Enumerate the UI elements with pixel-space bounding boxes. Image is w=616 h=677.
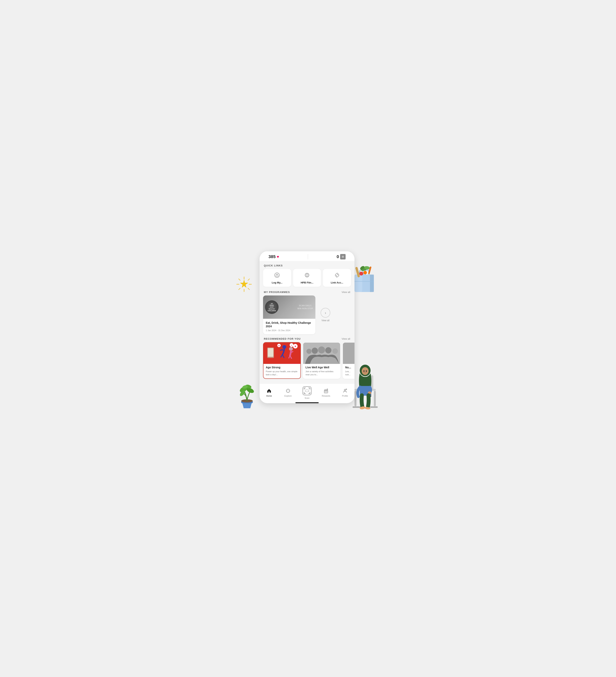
svg-text:R: R — [327, 389, 328, 390]
svg-text:+: + — [291, 344, 292, 347]
points-value: 385 — [269, 254, 276, 259]
svg-rect-46 — [342, 257, 344, 257]
svg-rect-12 — [370, 275, 374, 292]
rec-card-age-strong[interactable]: ♥ + ♥ Age Strong Power up your health, o… — [263, 342, 301, 379]
recommended-row: ♥ + ♥ Age Strong Power up your health, o… — [263, 342, 351, 379]
quick-links-title: QUICK LINKS — [264, 264, 283, 267]
svg-rect-29 — [354, 391, 357, 406]
rec-card-2-image — [303, 343, 340, 364]
programme-info: Eat, Drink, Shop Healthy Challenge 2024 … — [263, 319, 315, 334]
coins-value: 0 — [337, 254, 339, 259]
svg-point-66 — [332, 348, 338, 354]
programmes-row: eatDRINKSHOPHEALTHYCHALLENGE SCAN DAILY.… — [263, 296, 351, 334]
profile-icon: R — [343, 389, 347, 394]
quick-link-account[interactable]: Link Acc... — [323, 269, 351, 287]
rec-card-2-title: Live Well Age Well — [305, 366, 338, 369]
log-icon — [274, 272, 280, 279]
svg-text:R: R — [346, 389, 347, 390]
deco-star — [236, 276, 252, 292]
recommended-title: RECOMMENDED FOR YOU — [264, 337, 301, 340]
rec-card-1-image: ♥ + ♥ — [264, 343, 300, 364]
account-label: Link Acc... — [331, 281, 343, 284]
rec-card-live-well[interactable]: Live Well Age Well Join a variety of fre… — [303, 342, 340, 379]
nav-rewards[interactable]: R Rewards — [317, 388, 335, 398]
programmes-view-all-circle[interactable]: › View all — [318, 296, 333, 334]
nav-profile[interactable]: R Profile — [335, 388, 354, 398]
svg-point-37 — [366, 370, 367, 372]
rec-card-nutrition[interactable]: Nu... Lea... nutr... — [342, 342, 354, 379]
nav-home[interactable]: Home — [259, 388, 279, 398]
programme-card-1[interactable]: eatDRINKSHOPHEALTHYCHALLENGE SCAN DAILY.… — [263, 296, 315, 334]
programmes-view-all[interactable]: View all — [341, 290, 350, 294]
home-label: Home — [266, 395, 272, 397]
home-indicator — [295, 402, 319, 403]
scan-icon — [302, 387, 312, 396]
status-divider — [308, 254, 308, 260]
svg-rect-72 — [305, 390, 309, 392]
coin-icon — [340, 254, 345, 260]
programme-date: 1 Jan 2024 - 31 Dec 2024 — [266, 329, 313, 331]
rec-card-2-desc: Join a variety of free activities near y… — [305, 370, 338, 376]
svg-rect-30 — [374, 391, 376, 406]
rec-card-1-title: Age Strong — [266, 366, 298, 369]
svg-text:♥: ♥ — [278, 345, 280, 347]
deco-grocery-bag — [350, 263, 378, 294]
programme-image: eatDRINKSHOPHEALTHYCHALLENGE SCAN DAILY.… — [263, 296, 315, 319]
quick-link-log[interactable]: Log My... — [263, 269, 291, 287]
programme-badge: eatDRINKSHOPHEALTHYCHALLENGE — [265, 300, 279, 314]
nav-explore[interactable]: Explore — [279, 388, 297, 398]
svg-rect-50 — [306, 274, 308, 276]
svg-point-19 — [359, 272, 363, 275]
nav-scan[interactable]: Scan — [297, 386, 317, 400]
svg-point-65 — [325, 347, 331, 353]
svg-point-35 — [362, 367, 369, 375]
programme-tagline: SCAN DAILY.WIN NON-STOP. — [297, 304, 314, 310]
explore-label: Explore — [284, 395, 291, 397]
svg-line-7 — [239, 288, 240, 290]
view-all-button[interactable]: › — [321, 308, 330, 318]
svg-point-70 — [288, 391, 288, 391]
profile-label: Profile — [342, 395, 348, 397]
svg-rect-45 — [342, 256, 344, 257]
rec-card-1-desc: Power up your health, one simple task a … — [266, 370, 298, 376]
fitness-label: HPB Fitn... — [301, 281, 314, 284]
fitness-icon — [304, 272, 310, 279]
svg-rect-31 — [352, 406, 360, 408]
svg-rect-48 — [276, 275, 278, 276]
quick-links-grid: Log My... HPB Fitn... Link Acc... — [263, 269, 351, 287]
svg-point-36 — [364, 370, 365, 372]
svg-point-64 — [318, 347, 325, 353]
svg-text:♥: ♥ — [294, 345, 296, 348]
status-bar: 385 ♥ 0 — [263, 251, 351, 261]
programmes-header: MY PROGRAMMES View all — [263, 287, 351, 296]
scan-label: Scan — [304, 397, 310, 399]
link-icon — [334, 272, 340, 279]
deco-plant — [234, 381, 259, 410]
rewards-icon: R — [324, 389, 328, 394]
svg-point-47 — [275, 273, 279, 277]
recommended-header: RECOMMENDED FOR YOU View all — [263, 334, 351, 342]
rec-card-2-body: Live Well Age Well Join a variety of fre… — [303, 364, 340, 378]
rec-card-3-desc: Lea... nutr... — [345, 370, 354, 376]
bottom-nav: Home Explore — [259, 383, 354, 401]
svg-point-63 — [312, 348, 318, 354]
programme-name: Eat, Drink, Shop Healthy Challenge 2024 — [266, 321, 313, 328]
rec-card-3-image — [343, 343, 354, 364]
svg-rect-68 — [343, 343, 354, 364]
svg-point-67 — [306, 349, 312, 354]
points-display: 385 ♥ — [269, 254, 279, 259]
rec-card-3-body: Nu... Lea... nutr... — [343, 364, 354, 378]
explore-icon — [286, 389, 290, 394]
quick-link-fitness[interactable]: HPB Fitn... — [293, 269, 321, 287]
view-all-circle-label: View all — [321, 319, 329, 322]
recommended-view-all[interactable]: View all — [341, 337, 350, 340]
svg-point-49 — [305, 273, 309, 277]
programmes-title: MY PROGRAMMES — [264, 290, 290, 294]
rec-card-1-body: Age Strong Power up your health, one sim… — [264, 364, 300, 378]
rec-card-3-title: Nu... — [345, 366, 354, 369]
quick-links-header: QUICK LINKS — [263, 261, 351, 269]
home-icon — [267, 389, 271, 394]
svg-point-20 — [364, 271, 367, 274]
svg-line-4 — [239, 279, 240, 280]
svg-point-77 — [344, 389, 346, 391]
